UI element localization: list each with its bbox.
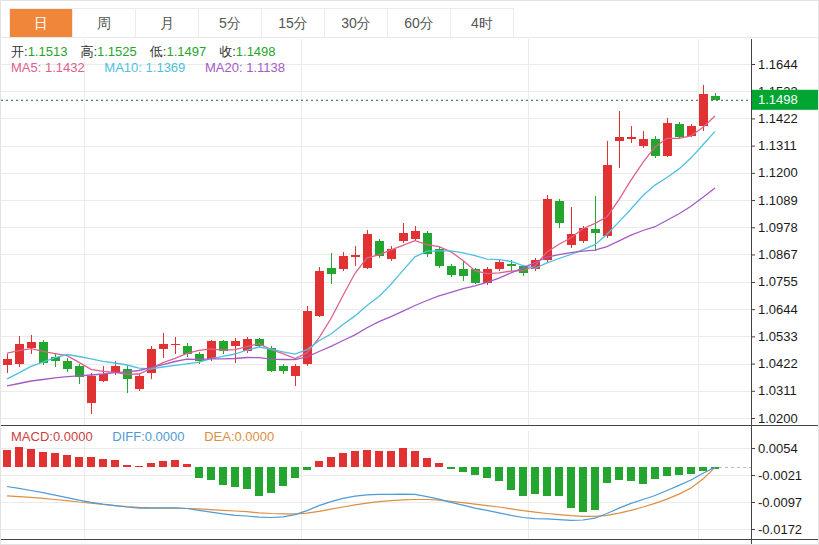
tab-15min[interactable]: 15分: [262, 9, 325, 37]
macd-bar: [507, 467, 515, 490]
macd-bar: [111, 460, 119, 467]
tab-30min[interactable]: 30分: [325, 9, 388, 37]
price-tick-label: 1.0533: [758, 329, 798, 344]
macd-bar: [75, 457, 83, 468]
macd-bar: [183, 464, 191, 468]
price-tick-label: 1.0311: [758, 383, 797, 398]
price-tick-label: 1.0978: [758, 220, 798, 235]
macd-bar: [639, 467, 647, 484]
macd-bar: [123, 465, 131, 467]
candle-body: [279, 366, 288, 371]
ma5-value: 1.1432: [45, 60, 85, 75]
price-tick-label: 1.0755: [758, 274, 798, 289]
candle-body: [627, 137, 636, 138]
open-value: 1.1513: [28, 44, 68, 59]
macd-bar: [459, 467, 467, 471]
ohlc-readout: 开:1.1513高:1.1525低:1.1497收:1.1498: [11, 43, 289, 61]
candle-body: [27, 342, 36, 348]
candle-body: [495, 262, 504, 269]
macd-bar: [627, 467, 635, 481]
macd-bar: [255, 467, 263, 495]
macd-bar: [615, 467, 623, 480]
macd-bar: [687, 467, 695, 473]
candle-body: [399, 233, 408, 241]
close-label: 收:: [219, 44, 236, 59]
chart-canvas[interactable]: 1.16441.15331.14221.13111.12001.10891.09…: [1, 1, 819, 545]
price-tick-label: 1.1200: [758, 165, 798, 180]
price-tick-label: 1.0867: [758, 247, 798, 262]
macd-bar: [435, 463, 443, 467]
macd-value: 0.0000: [53, 429, 93, 444]
macd-tick-label: -0.0172: [758, 522, 802, 537]
macd-bar: [27, 449, 35, 467]
tab-5min[interactable]: 5分: [199, 9, 262, 37]
diff-label: DIFF:: [112, 429, 145, 444]
macd-bar: [63, 455, 71, 467]
macd-bar: [291, 467, 299, 477]
candle-body: [675, 124, 684, 137]
candle-body: [711, 96, 720, 100]
ma20-label: MA20:: [205, 60, 243, 75]
candle-body: [171, 344, 180, 345]
macd-bar: [171, 460, 179, 468]
macd-bar: [195, 467, 203, 477]
macd-bar: [447, 467, 455, 468]
close-value: 1.1498: [236, 44, 276, 59]
macd-bar: [375, 451, 383, 468]
candle-body: [459, 269, 468, 276]
macd-bar: [567, 467, 575, 508]
price-axis-labels: 1.16441.15331.14221.13111.12001.10891.09…: [751, 57, 798, 426]
candle-body: [699, 94, 708, 126]
macd-bar: [219, 467, 227, 485]
macd-bar: [351, 451, 359, 468]
price-tick-label: 1.1311: [758, 138, 797, 153]
macd-bar: [603, 467, 611, 483]
macd-bar: [3, 450, 11, 467]
candle-body: [411, 231, 420, 239]
candle-body: [507, 264, 516, 266]
macd-bar: [327, 457, 335, 467]
macd-bar: [675, 467, 683, 475]
diff-value: 0.0000: [145, 429, 185, 444]
candle-body: [111, 366, 120, 373]
ma20-value: 1.1138: [246, 60, 285, 75]
low-label: 低:: [150, 44, 167, 59]
macd-bar: [555, 467, 563, 496]
macd-bar: [531, 467, 539, 494]
price-tick-label: 1.1644: [758, 57, 798, 72]
macd-bar: [99, 459, 107, 468]
macd-bar: [363, 450, 371, 468]
macd-bar: [135, 466, 143, 467]
candle-body: [207, 341, 216, 359]
macd-bar: [315, 461, 323, 468]
macd-bar: [663, 467, 671, 476]
tab-week[interactable]: 周: [73, 9, 136, 37]
candle-body: [447, 266, 456, 275]
candle-body: [639, 139, 648, 146]
macd-bar: [591, 467, 599, 509]
candle-body: [363, 234, 372, 268]
ma10-value: 1.1369: [146, 60, 186, 75]
candle-body: [543, 199, 552, 260]
last-price-badge-value: 1.1498: [758, 92, 798, 107]
dea-value: 0.0000: [235, 429, 275, 444]
tab-day[interactable]: 日: [10, 9, 73, 37]
kline-chart-app: 1.16441.15331.14221.13111.12001.10891.09…: [0, 0, 819, 545]
tab-4hour[interactable]: 4时: [451, 9, 514, 37]
candle-body: [39, 342, 48, 362]
macd-bar: [279, 467, 287, 486]
macd-bar: [243, 467, 251, 489]
macd-label: MACD:: [11, 429, 53, 444]
price-tick-label: 1.0644: [758, 302, 798, 317]
candle-body: [663, 123, 672, 156]
candle-body: [615, 137, 624, 141]
candle-body: [15, 344, 24, 364]
ma-readout: MA5: 1.1432 MA10: 1.1369 MA20: 1.1138: [11, 60, 301, 75]
macd-bar: [15, 447, 23, 467]
tab-60min[interactable]: 60分: [388, 9, 451, 37]
dea-label: DEA:: [204, 429, 234, 444]
macd-tick-label: -0.0097: [758, 495, 802, 510]
candle-body: [591, 229, 600, 233]
macd-bar: [579, 467, 587, 512]
tab-month[interactable]: 月: [136, 9, 199, 37]
